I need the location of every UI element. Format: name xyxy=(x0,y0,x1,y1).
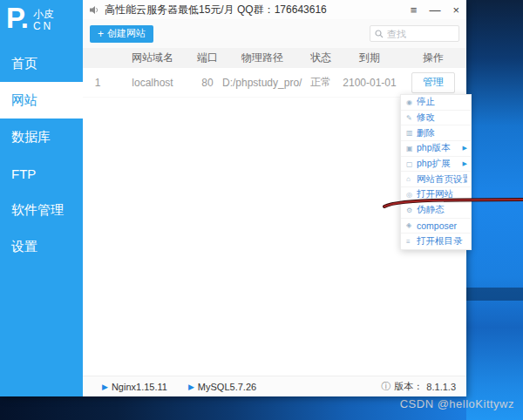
table-header: 网站域名 端口 物理路径 状态 到期 操作 xyxy=(83,48,466,68)
desktop-wallpaper-band xyxy=(466,288,523,301)
col-status: 状态 xyxy=(302,51,339,65)
row-domain: localhost xyxy=(112,77,193,89)
create-website-button[interactable]: + 创建网站 xyxy=(90,25,153,43)
homepage-settings-icon: ⌂ xyxy=(406,175,417,183)
menu-item-rewrite[interactable]: ⚙ 伪静态 xyxy=(401,203,471,219)
service-mysql-label: MySQL5.7.26 xyxy=(198,382,256,392)
info-icon: ⓘ xyxy=(381,380,391,393)
sidebar-item-software[interactable]: 软件管理 xyxy=(0,192,83,228)
col-action: 操作 xyxy=(400,51,466,65)
row-expiry: 2100-01-01 xyxy=(339,77,400,89)
sidebar-item-ftp[interactable]: FTP xyxy=(0,155,83,192)
php-extension-icon: ▢ xyxy=(406,160,417,168)
version-label: 版本： xyxy=(394,380,423,393)
menu-item-php-extension[interactable]: ▢ php扩展 ▶ xyxy=(401,157,471,173)
sidebar-item-websites[interactable]: 网站 xyxy=(0,82,83,119)
row-index: 1 xyxy=(83,77,112,89)
version-info: ⓘ 版本：8.1.1.3 xyxy=(381,380,456,393)
desktop-wallpaper-right xyxy=(466,0,523,420)
play-icon: ▶ xyxy=(102,383,108,391)
col-path: 物理路径 xyxy=(222,51,302,65)
col-expiry: 到期 xyxy=(339,51,400,65)
desktop-wallpaper-bottom xyxy=(0,396,466,420)
titlebar: 高性能云服务器最低15元/月 QQ群：176643616 ≡ — × xyxy=(83,0,466,19)
close-icon[interactable]: × xyxy=(452,4,459,16)
manage-context-menu: ◉ 停止 ✎ 修改 ▥ 删除 ▣ php版本 ▶ ▢ php扩展 ▶ ⌂ 网站首… xyxy=(400,94,472,250)
service-mysql[interactable]: ▶ MySQL5.7.26 xyxy=(188,382,256,392)
menu-item-php-version[interactable]: ▣ php版本 ▶ xyxy=(401,141,471,157)
delete-icon: ▥ xyxy=(406,129,417,137)
speaker-icon xyxy=(90,5,99,15)
menu-item-composer[interactable]: ◈ composer xyxy=(401,219,471,234)
submenu-arrow-icon: ▶ xyxy=(463,160,467,167)
edit-icon: ✎ xyxy=(406,114,417,122)
sidebar: P. 小皮 CN 首页 网站 数据库 FTP 软件管理 设置 xyxy=(0,0,83,396)
plus-icon: + xyxy=(98,28,104,40)
row-path: D:/phpstudy_pro/... xyxy=(222,77,302,89)
screenshot-root: CSDN @helloKittywz P. 小皮 CN 首页 网站 数据库 FT… xyxy=(0,0,523,420)
announcement-text: 高性能云服务器最低15元/月 QQ群：176643616 xyxy=(105,3,327,17)
sidebar-item-home[interactable]: 首页 xyxy=(0,45,83,82)
submenu-arrow-icon: ▶ xyxy=(463,145,467,152)
menu-item-modify[interactable]: ✎ 修改 xyxy=(401,111,471,126)
menu-item-delete[interactable]: ▥ 删除 xyxy=(401,125,471,141)
play-icon: ▶ xyxy=(188,383,194,391)
row-status: 正常 xyxy=(302,75,339,90)
manage-button[interactable]: 管理 xyxy=(411,72,455,93)
toolbar: + 创建网站 xyxy=(83,19,466,48)
col-port: 端口 xyxy=(193,51,222,65)
service-nginx[interactable]: ▶ Nginx1.15.11 xyxy=(102,382,167,392)
statusbar: ▶ Nginx1.15.11 ▶ MySQL5.7.26 ⓘ 版本：8.1.1.… xyxy=(83,376,466,396)
csdn-watermark: CSDN @helloKittywz xyxy=(400,397,514,410)
sidebar-item-settings[interactable]: 设置 xyxy=(0,228,83,265)
stop-icon: ◉ xyxy=(406,98,417,106)
search-input[interactable] xyxy=(387,29,448,39)
logo-line2: CN xyxy=(33,20,54,32)
row-port: 80 xyxy=(193,77,222,89)
create-website-label: 创建网站 xyxy=(107,27,146,40)
search-icon xyxy=(375,26,384,42)
open-website-icon: ◎ xyxy=(406,191,417,199)
version-value: 8.1.1.3 xyxy=(426,382,456,392)
table-row[interactable]: 1 localhost 80 D:/phpstudy_pro/... 正常 21… xyxy=(83,68,466,98)
open-root-icon: ≡ xyxy=(406,238,417,246)
phpstudy-window: P. 小皮 CN 首页 网站 数据库 FTP 软件管理 设置 高性能云服务器最低… xyxy=(0,0,466,396)
logo-line1: 小皮 xyxy=(33,8,54,20)
php-version-icon: ▣ xyxy=(406,145,417,152)
window-menu-icon[interactable]: ≡ xyxy=(411,4,418,16)
menu-item-homepage-settings[interactable]: ⌂ 网站首页设置 xyxy=(401,172,471,187)
menu-item-open-website[interactable]: ◎ 打开网站 xyxy=(401,187,471,203)
service-nginx-label: Nginx1.15.11 xyxy=(112,382,167,392)
logo-p-text: P. xyxy=(6,3,28,34)
col-domain: 网站域名 xyxy=(112,51,193,65)
app-logo: P. 小皮 CN xyxy=(0,0,83,45)
menu-item-open-root[interactable]: ≡ 打开根目录 xyxy=(401,234,471,249)
rewrite-icon: ⚙ xyxy=(406,207,417,214)
composer-icon: ◈ xyxy=(406,221,417,229)
menu-item-stop[interactable]: ◉ 停止 xyxy=(401,95,471,111)
search-box[interactable] xyxy=(370,25,459,42)
sidebar-item-database[interactable]: 数据库 xyxy=(0,119,83,155)
minimize-icon[interactable]: — xyxy=(429,4,440,16)
